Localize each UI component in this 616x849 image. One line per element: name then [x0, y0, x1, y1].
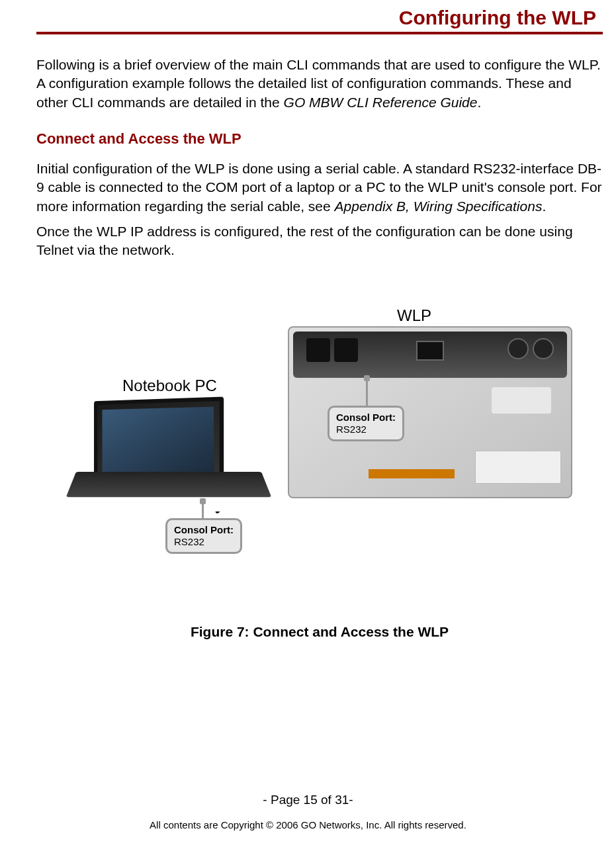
para1-after: . [542, 199, 546, 214]
section-heading: Connect and Access the WLP [36, 130, 603, 148]
chapter-title: Configuring the WLP [36, 7, 603, 29]
body-paragraph-2: Once the WLP IP address is configured, t… [36, 222, 603, 260]
title-underline [36, 32, 603, 34]
callout-stem-wlp [366, 380, 368, 407]
figure-label-wlp: WLP [397, 306, 431, 325]
wlp-warning-strip [369, 469, 455, 478]
wlp-connector-round [507, 338, 529, 359]
notebook-pc-image [76, 399, 261, 512]
body-paragraph-1: Initial configuration of the WLP is done… [36, 159, 603, 216]
para1-appendix-italic: Appendix B, Wiring Specifications [335, 199, 543, 214]
intro-text-after: . [477, 95, 481, 110]
figure-diagram: WLP Notebook PC [36, 287, 603, 617]
intro-paragraph: Following is a brief overview of the mai… [36, 56, 603, 112]
copyright-notice: All contents are Copyright © 2006 GO Net… [0, 819, 616, 830]
callout-console-port-wlp: Consol Port: RS232 [328, 406, 404, 441]
wlp-ethernet-port [416, 341, 444, 361]
page-number: - Page 15 of 31- [0, 793, 616, 807]
wlp-top-panel [293, 332, 567, 378]
callout-pc-value: RS232 [174, 536, 234, 548]
intro-reference-italic: GO MBW CLI Reference Guide [284, 95, 478, 110]
wlp-connector-round [533, 338, 554, 359]
callout-console-port-pc: Consol Port: RS232 [165, 518, 242, 554]
wlp-port [306, 338, 330, 362]
wlp-ports-left [306, 338, 358, 362]
wlp-ports-right [507, 338, 554, 359]
figure-label-notebook: Notebook PC [122, 377, 217, 395]
wlp-spec-label [475, 451, 561, 484]
wlp-port [334, 338, 358, 362]
wlp-logo [492, 387, 551, 414]
notebook-keyboard-base [66, 472, 272, 497]
callout-wlp-value: RS232 [336, 424, 396, 435]
callout-pc-title: Consol Port: [174, 524, 234, 536]
notebook-screen-display [102, 406, 214, 477]
callout-wlp-title: Consol Port: [336, 412, 396, 424]
page-footer: - Page 15 of 31- All contents are Copyri… [0, 793, 616, 830]
callout-stem-pc [202, 504, 204, 519]
figure-caption: Figure 7: Connect and Access the WLP [36, 624, 603, 640]
